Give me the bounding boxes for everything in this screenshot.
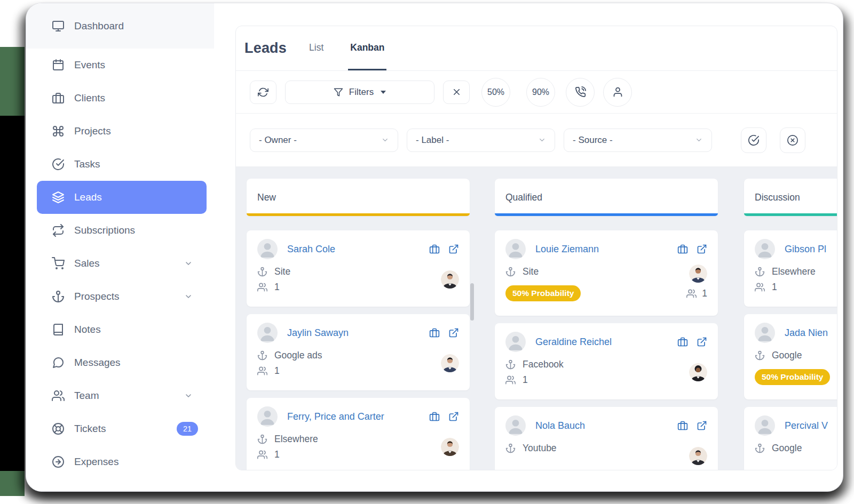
sidebar-item-leads[interactable]: Leads: [37, 181, 207, 214]
refresh-button[interactable]: [250, 81, 276, 104]
chevron-down-icon: [184, 292, 193, 301]
avatar-placeholder: [755, 323, 775, 343]
column-header: New: [247, 179, 470, 216]
notebook-icon: [52, 323, 65, 336]
probability-50-button[interactable]: 50%: [481, 78, 510, 107]
probability-badge: 50% Probability: [505, 285, 581, 301]
lead-card[interactable]: Nola Bauch Youtube: [495, 407, 718, 470]
lead-name-link[interactable]: Nola Bauch: [535, 420, 585, 431]
check-circle-icon: [748, 134, 760, 146]
contact-avatar[interactable]: [441, 438, 459, 456]
contact-avatar[interactable]: [689, 265, 707, 283]
reset-filters-button[interactable]: [780, 127, 805, 153]
contact-avatar[interactable]: [689, 447, 707, 465]
lead-name-link[interactable]: Jaylin Sawayn: [287, 327, 349, 339]
sidebar-item-team[interactable]: Team: [37, 379, 207, 412]
arrow-circle-icon: [52, 455, 65, 468]
call-filter-button[interactable]: [566, 78, 595, 107]
briefcase-icon[interactable]: [429, 411, 440, 422]
sidebar-item-subscriptions[interactable]: Subscriptions: [37, 214, 207, 247]
briefcase-icon[interactable]: [677, 337, 688, 347]
source-select[interactable]: - Source -: [564, 129, 712, 152]
lead-count: 1: [274, 365, 280, 377]
tab-kanban[interactable]: Kanban: [348, 26, 386, 70]
command-icon: [52, 125, 65, 138]
owner-select[interactable]: - Owner -: [250, 129, 398, 152]
lead-name-link[interactable]: Gibson Pl: [785, 244, 826, 255]
sidebar-item-projects[interactable]: Projects: [37, 115, 207, 148]
lead-name-link[interactable]: Ferry, Price and Carter: [287, 411, 384, 422]
briefcase-icon[interactable]: [677, 244, 688, 254]
lifebuoy-icon: [52, 422, 65, 435]
apply-filters-button[interactable]: [741, 127, 766, 153]
lead-card[interactable]: Percival V Google: [744, 407, 837, 470]
users-icon: [257, 366, 267, 376]
leads-panel: Leads List Kanban Filters 50%: [235, 26, 837, 470]
lead-name-link[interactable]: Louie Ziemann: [535, 244, 599, 255]
anchor-icon: [755, 443, 765, 453]
lead-card[interactable]: Geraldine Reichel Facebook 1: [495, 323, 718, 399]
cart-icon: [52, 257, 65, 270]
user-icon: [612, 86, 623, 98]
repeat-icon: [52, 224, 65, 237]
briefcase-icon[interactable]: [429, 244, 440, 254]
chevron-down-icon: [695, 136, 703, 144]
avatar-placeholder: [505, 415, 526, 436]
contact-avatar[interactable]: [441, 354, 459, 372]
external-link-icon[interactable]: [697, 337, 707, 347]
filters-button[interactable]: Filters: [285, 81, 434, 104]
lead-count: 1: [274, 449, 280, 460]
sidebar-item-label: Projects: [74, 125, 111, 137]
external-link-icon[interactable]: [448, 327, 459, 338]
contact-avatar[interactable]: [689, 363, 707, 381]
person-filter-button[interactable]: [603, 78, 632, 107]
contact-avatar[interactable]: [441, 270, 459, 289]
sidebar-item-messages[interactable]: Messages: [37, 346, 207, 379]
caret-down-icon: [381, 91, 386, 94]
sidebar-item-expenses[interactable]: Expenses: [37, 445, 207, 478]
sidebar-item-events[interactable]: Events: [37, 49, 207, 82]
external-link-icon[interactable]: [448, 244, 459, 254]
tab-list[interactable]: List: [307, 26, 326, 70]
column-discussion: Discussion Gibson Pl Elsewhere 1: [744, 179, 837, 470]
probability-90-button[interactable]: 90%: [526, 78, 555, 107]
sidebar-item-prospects[interactable]: Prospects: [37, 280, 207, 313]
tickets-count-badge: 21: [177, 422, 198, 436]
briefcase-icon: [52, 92, 65, 105]
sidebar-item-dashboard[interactable]: Dashboard: [26, 3, 214, 49]
lead-card[interactable]: Ferry, Price and Carter Elsewhere 1: [247, 398, 470, 470]
chevron-down-icon: [538, 136, 546, 144]
calendar-icon: [52, 59, 65, 71]
column-header: Qualified: [495, 179, 718, 216]
lead-card[interactable]: Gibson Pl Elsewhere 1: [744, 230, 837, 307]
external-link-icon[interactable]: [448, 411, 459, 422]
lead-name-link[interactable]: Geraldine Reichel: [535, 337, 612, 348]
lead-name-link[interactable]: Sarah Cole: [287, 244, 335, 255]
chevron-down-icon: [381, 136, 389, 144]
lead-card[interactable]: Sarah Cole Site 1: [247, 230, 470, 307]
clear-filters-button[interactable]: [443, 81, 470, 104]
lead-name-link[interactable]: Jada Nien: [785, 327, 828, 339]
external-link-icon[interactable]: [697, 244, 707, 254]
sidebar-item-notes[interactable]: Notes: [37, 313, 207, 346]
lead-card[interactable]: Jada Nien Google 50% Probability: [744, 314, 837, 399]
label-select[interactable]: - Label -: [407, 129, 555, 152]
lead-count: 1: [523, 374, 528, 386]
column-title: New: [257, 192, 276, 203]
sidebar-item-clients[interactable]: Clients: [37, 82, 207, 115]
external-link-icon[interactable]: [697, 420, 707, 431]
sidebar-item-label: Prospects: [74, 291, 119, 302]
page-title: Leads: [244, 40, 287, 57]
briefcase-icon[interactable]: [429, 327, 440, 338]
lead-name-link[interactable]: Percival V: [785, 420, 828, 431]
anchor-icon: [257, 434, 267, 444]
lead-card[interactable]: Jaylin Sawayn Google ads 1: [247, 314, 470, 390]
briefcase-icon[interactable]: [677, 420, 688, 431]
lead-card[interactable]: Louie Ziemann Site 50% Probability 1: [495, 230, 718, 316]
sidebar-item-sales[interactable]: Sales: [37, 247, 207, 280]
column-accent-bar: [495, 213, 718, 216]
anchor-icon: [52, 290, 65, 303]
sidebar-item-tasks[interactable]: Tasks: [37, 148, 207, 181]
sidebar-item-tickets[interactable]: Tickets 21: [37, 412, 207, 445]
column-scrollbar[interactable]: [470, 283, 474, 321]
